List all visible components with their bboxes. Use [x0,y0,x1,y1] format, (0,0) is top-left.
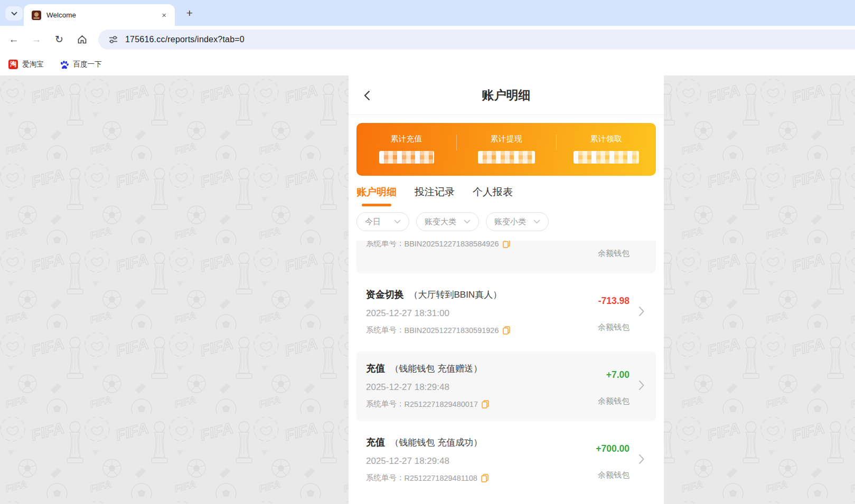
filter-label: 今日 [365,217,381,227]
chevron-down-icon [11,12,17,16]
censored-value [574,151,639,164]
amount: -713.98 [598,296,629,307]
filter-date-dropdown[interactable]: 今日 [356,212,409,231]
chevron-down-icon [394,220,401,224]
copy-icon [503,326,510,335]
filter-minor-category-dropdown[interactable]: 账变小类 [486,212,549,231]
order-label: 系统单号： [366,473,405,483]
order-label: 系统单号： [366,325,405,335]
tab-bet-records[interactable]: 投注记录 [415,185,455,206]
copy-button[interactable] [503,326,510,335]
summary-total-withdraw: 累计提现 [456,123,556,176]
tabs: 账户明细 投注记录 个人报表 [349,176,664,206]
page-background: FIFA FIFA [0,75,855,504]
tab-personal-report[interactable]: 个人报表 [473,185,513,206]
summary-card: 累计充值 累计提现 累计领取 [356,123,656,176]
wallet-label: 余额钱包 [598,322,629,332]
browser-tab-strip: Welcome × + [0,0,855,26]
row-note: （大厅转到BBIN真人） [409,290,502,300]
transaction-row[interactable]: 2025-12-27 18:39:00 系统单号： BBIN2025122718… [356,241,656,273]
browser-toolbar: ← → ↻ 175616.cc/reports/index?tab=0 [0,26,855,53]
order-number: R2512271829480017 [405,400,478,408]
row-title: 充值 [366,363,385,374]
copy-button[interactable] [482,400,489,408]
url-text: 175616.cc/reports/index?tab=0 [125,35,245,44]
transaction-list: 2025-12-27 18:39:00 系统单号： BBIN2025122718… [349,237,664,504]
taobao-icon: 淘 [8,60,18,69]
copy-icon [482,400,489,408]
app-header: 账户明细 [349,75,664,115]
filters: 今日 账变大类 账变小类 [349,206,664,237]
site-favicon [32,11,41,20]
wallet-label: 余额钱包 [598,470,629,480]
row-title: 资金切换 [366,289,404,300]
tab-title: Welcome [46,11,159,19]
page-title: 账户明细 [349,75,664,115]
copy-icon [481,474,488,482]
filter-major-category-dropdown[interactable]: 账变大类 [416,212,479,231]
amount: +7.00 [606,369,629,381]
wallet-label: 余额钱包 [598,249,629,259]
row-order-line: 系统单号： BBIN202512271838584926 [366,241,644,249]
chevron-down-icon [533,220,540,224]
summary-label: 累计提现 [456,134,556,144]
transaction-row[interactable]: 充值 （钱能钱包 充值赠送） 2025-12-27 18:29:48 系统单号：… [356,351,656,421]
censored-value [478,151,535,164]
transaction-row[interactable]: 充值 （钱能钱包 充值成功） 2025-12-27 18:29:48 系统单号：… [356,425,656,495]
row-note: （钱能钱包 充值成功） [390,438,482,448]
chevron-right-icon [638,454,644,467]
baidu-paw-icon [60,60,69,69]
transaction-row[interactable]: 资金切换 （大厅转到BBIN真人） 2025-12-27 18:31:00 系统… [356,278,656,347]
tab-search-button[interactable] [5,6,23,21]
row-datetime: 2025-12-27 18:29:48 [366,456,644,467]
bookmark-label: 百度一下 [73,60,102,69]
row-title: 充值 [366,437,385,448]
home-icon [77,35,87,44]
forward-button[interactable]: → [27,31,45,49]
home-button[interactable] [73,31,91,49]
new-tab-button[interactable]: + [182,6,197,21]
chevron-right-icon [638,306,644,319]
account-detail-panel: 账户明细 累计充值 累计提现 累计领取 账户明细 投注记录 个人报表 [349,75,664,504]
censored-value [379,151,434,164]
divider [456,135,457,150]
chevron-right-icon [638,380,644,393]
order-label: 系统单号： [366,399,405,409]
site-info-icon [109,36,118,43]
amount: +700.00 [596,443,629,454]
chevron-down-icon [464,220,471,224]
bookmark-taobao[interactable]: 淘 爱淘宝 [8,60,44,69]
filter-label: 账变大类 [425,217,456,227]
copy-icon [503,241,510,248]
order-number: BBIN202512271838584926 [405,241,499,248]
row-note: （钱能钱包 充值赠送） [390,364,482,374]
order-label: 系统单号： [366,241,405,249]
bookmark-baidu[interactable]: 百度一下 [60,60,102,69]
bookmarks-bar: 淘 爱淘宝 百度一下 [0,53,855,75]
wallet-label: 余额钱包 [598,396,629,406]
order-number: R2512271829481108 [405,474,477,482]
tab-account-detail[interactable]: 账户明细 [356,185,397,206]
filter-label: 账变小类 [494,217,526,227]
bookmark-label: 爱淘宝 [22,60,44,69]
copy-button[interactable] [481,474,488,482]
summary-label: 累计领取 [556,134,656,144]
browser-tab[interactable]: Welcome × [24,4,175,26]
order-number: BBIN202512271830591926 [405,326,499,335]
summary-total-deposit: 累计充值 [356,123,456,176]
summary-total-claimed: 累计领取 [556,123,656,176]
copy-button[interactable] [503,241,510,248]
summary-label: 累计充值 [356,134,456,144]
divider [556,135,557,150]
tab-close-icon[interactable]: × [159,9,168,21]
clipped-row-wrapper: 2025-12-27 18:39:00 系统单号： BBIN2025122718… [356,241,656,273]
reload-button[interactable]: ↻ [50,31,68,49]
row-datetime: 2025-12-27 18:29:48 [366,382,644,393]
back-button[interactable]: ← [5,31,23,49]
url-bar[interactable]: 175616.cc/reports/index?tab=0 [98,30,855,50]
row-datetime: 2025-12-27 18:31:00 [366,308,644,319]
